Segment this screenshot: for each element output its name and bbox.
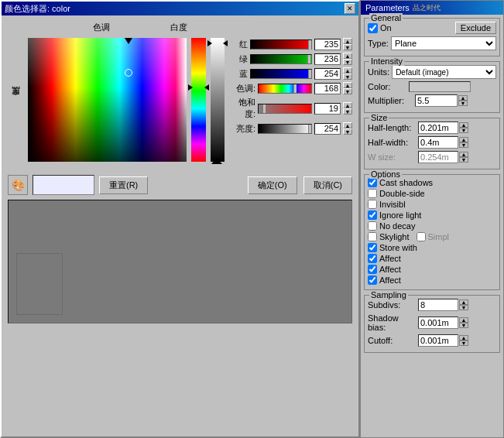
params-title-text: Parameters (365, 3, 410, 12)
hue-track[interactable] (258, 84, 312, 94)
hue-value[interactable]: 168 (314, 83, 341, 94)
brightness-up[interactable]: ▲ (343, 122, 352, 128)
intensity-color-swatch[interactable] (409, 81, 471, 92)
cutoff-label: Cutoff: (368, 336, 416, 345)
double-side-label: Double-side (379, 189, 425, 198)
hue-down[interactable]: ▼ (343, 88, 352, 94)
cast-shadows-checkbox[interactable] (368, 178, 377, 187)
affect2-checkbox[interactable] (368, 265, 377, 274)
confirm-button[interactable]: 确定(O) (248, 176, 297, 194)
half-width-input[interactable] (418, 136, 458, 149)
cutoff-group: ▲ ▼ (418, 334, 468, 347)
shadow-bias-input[interactable] (418, 317, 458, 329)
multiplier-up[interactable]: ▲ (458, 95, 468, 101)
saturation-up[interactable]: ▲ (343, 102, 352, 108)
green-thumb[interactable] (307, 55, 310, 64)
saturation-arrows[interactable]: ▲ ▼ (343, 102, 352, 115)
double-side-row: Double-side (368, 189, 496, 198)
cutoff-up[interactable]: ▲ (459, 335, 468, 340)
double-side-checkbox[interactable] (368, 189, 377, 198)
red-arrows[interactable]: ▲ ▼ (343, 38, 352, 50)
brightness-track[interactable] (258, 124, 312, 134)
green-arrows[interactable]: ▲ ▼ (343, 53, 352, 65)
half-width-up[interactable]: ▲ (459, 137, 468, 142)
red-value[interactable]: 235 (314, 39, 341, 50)
blue-thumb[interactable] (308, 70, 311, 79)
blue-value[interactable]: 254 (314, 68, 341, 80)
no-decay-checkbox[interactable] (368, 221, 377, 231)
saturation-track[interactable] (258, 104, 312, 114)
lightness-bar[interactable] (211, 38, 225, 162)
cutoff-input[interactable] (418, 334, 458, 347)
hue-arrows[interactable]: ▲ ▼ (343, 82, 352, 94)
shadow-bias-up[interactable]: ▲ (459, 317, 468, 323)
type-select[interactable]: Plane (391, 36, 496, 50)
hue-thumb[interactable] (293, 84, 297, 94)
green-track[interactable] (250, 54, 312, 64)
half-length-label: Half-length: (368, 123, 416, 132)
saturation-thumb[interactable] (262, 104, 266, 114)
exclude-button[interactable]: Exclude (455, 22, 496, 34)
w-size-spinners: ▲ ▼ (459, 152, 468, 163)
green-value[interactable]: 236 (314, 53, 341, 65)
no-decay-label: No decay (379, 221, 415, 231)
affect3-checkbox[interactable] (368, 275, 377, 285)
subdivs-up[interactable]: ▲ (459, 299, 468, 305)
ignore-light-checkbox[interactable] (368, 210, 377, 220)
subdivs-down[interactable]: ▼ (459, 305, 468, 310)
w-size-up[interactable]: ▲ (459, 152, 468, 157)
multiplier-down[interactable]: ▼ (458, 101, 468, 106)
hue-up[interactable]: ▲ (343, 82, 352, 88)
green-up[interactable]: ▲ (343, 53, 352, 59)
half-width-down[interactable]: ▼ (459, 142, 468, 148)
half-length-down[interactable]: ▼ (459, 128, 468, 133)
window-title: 颜色选择器: color (5, 3, 70, 15)
red-thumb[interactable] (308, 40, 311, 50)
units-select[interactable]: Default (image) (392, 65, 496, 79)
invisible-row: Invisibl (368, 200, 496, 209)
subdivs-input[interactable] (418, 299, 458, 311)
hue-bar[interactable] (191, 38, 206, 162)
shadow-bias-down[interactable]: ▼ (459, 323, 468, 328)
on-checkbox[interactable] (368, 23, 378, 33)
blue-track[interactable] (250, 69, 312, 79)
brightness-arrows[interactable]: ▲ ▼ (343, 122, 352, 135)
cutoff-spinners: ▲ ▼ (459, 335, 468, 346)
blue-down[interactable]: ▼ (343, 74, 352, 80)
green-down[interactable]: ▼ (343, 59, 352, 65)
store-with-checkbox[interactable] (368, 243, 377, 252)
invisible-checkbox[interactable] (368, 200, 377, 209)
saturation-slider-row: 饱和度: 19 ▲ ▼ (228, 97, 352, 120)
w-size-down[interactable]: ▼ (459, 157, 468, 163)
affect1-checkbox[interactable] (368, 254, 377, 263)
saturation-value[interactable]: 19 (314, 103, 341, 115)
multiplier-input[interactable] (415, 94, 458, 107)
brightness-value[interactable]: 254 (314, 123, 341, 135)
brightness-thumb[interactable] (308, 125, 311, 134)
saturation-down[interactable]: ▼ (343, 108, 352, 115)
red-down[interactable]: ▼ (343, 44, 352, 50)
half-width-group: ▲ ▼ (418, 136, 468, 149)
shadow-bias-row: Shadow bias: ▲ ▼ (368, 313, 496, 332)
simple-checkbox[interactable] (417, 232, 426, 241)
blue-up[interactable]: ▲ (343, 67, 352, 74)
cutoff-row: Cutoff: ▲ ▼ (368, 334, 496, 347)
saturation-slider-label: 饱和度: (228, 97, 255, 120)
close-button[interactable]: ✕ (345, 3, 355, 14)
color-row: Color: (368, 81, 496, 92)
cutoff-down[interactable]: ▼ (459, 340, 468, 346)
eyedropper-button[interactable]: 🎨 (8, 175, 28, 195)
cancel-button[interactable]: 取消(C) (303, 176, 352, 194)
reset-button[interactable]: 重置(R) (99, 176, 148, 194)
store-with-row: Store with (368, 243, 496, 252)
skylight-checkbox[interactable] (368, 232, 377, 241)
blue-arrows[interactable]: ▲ ▼ (343, 67, 352, 80)
half-length-up[interactable]: ▲ (459, 122, 468, 128)
skylight-row: Skylight Simpl (368, 232, 496, 241)
w-size-input[interactable] (418, 151, 458, 163)
color-gradient-box[interactable] (28, 38, 187, 162)
red-up[interactable]: ▲ (343, 38, 352, 44)
half-length-input[interactable] (418, 121, 458, 134)
red-track[interactable] (250, 39, 312, 50)
brightness-down[interactable]: ▼ (343, 128, 352, 135)
